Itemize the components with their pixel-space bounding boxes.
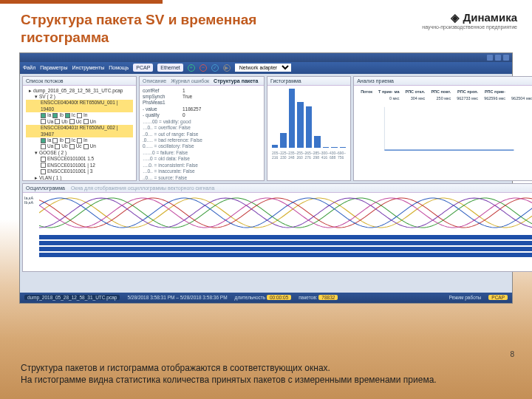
- tree-goose-item[interactable]: ENSCCE0101001 | 3: [26, 168, 133, 174]
- status-packets: 78832: [318, 295, 338, 300]
- slide-caption: Структура пакетов и гистограмма отобража…: [21, 362, 511, 386]
- remove-icon[interactable]: −: [200, 64, 207, 72]
- streams-panel: Список потоков ▸ dump_2018_05_28_12_58_3…: [22, 76, 137, 181]
- oscillogram-title: Осциллограмма: [26, 185, 65, 191]
- add-icon[interactable]: +: [188, 64, 195, 72]
- menu-file[interactable]: Файл: [23, 65, 35, 70]
- analysis-panel: Анализ приема ПотокT прие- маРПС откл.РП…: [353, 76, 532, 181]
- tree-phase-row[interactable]: Ua Ub Uc Un: [26, 119, 133, 125]
- apply-icon[interactable]: ✓: [211, 64, 219, 72]
- app-window: Файл Параметры Инструменты Помощь PCAP E…: [19, 52, 513, 304]
- tree-goose-item[interactable]: ENSCCE0101001 | 12: [26, 163, 133, 168]
- status-range: 5/28/2018 3:58:31 PM – 5/28/2018 3:58:36…: [127, 295, 227, 300]
- oscillogram-chart: [39, 194, 532, 231]
- tree-sv-group[interactable]: ▾ SV ( 2 ): [26, 94, 133, 100]
- main-toolbar: Файл Параметры Инструменты Помощь PCAP E…: [20, 62, 512, 74]
- analysis-chart: [357, 103, 532, 154]
- tree-phase-row[interactable]: Ia Ib Ic In: [26, 137, 133, 143]
- tab-structure[interactable]: Структура пакета: [214, 78, 258, 83]
- mode-ethernet-button[interactable]: Ethernet: [157, 64, 183, 72]
- close-icon[interactable]: [503, 55, 509, 61]
- histogram-panel: Гистограмма 205–216225–230235–248255–260…: [267, 76, 351, 181]
- maximize-icon[interactable]: [495, 55, 501, 61]
- slide-title: Структура пакета SV и временная гистогра…: [21, 11, 301, 47]
- status-bar: dump_2018_05_28_12_58_31_UTC.pcap 5/28/2…: [20, 293, 512, 303]
- analysis-title: Анализ приема: [357, 78, 394, 83]
- histogram-chart: [267, 86, 350, 151]
- play-icon[interactable]: ▶: [223, 64, 231, 72]
- brand-logo: ◈ Динамика научно-производственное предп…: [422, 11, 517, 47]
- tree-vlan-group[interactable]: ▸ VLAN ( 1 ): [26, 175, 133, 180]
- oscillogram-hint: Окна для отображения осциллограммы векто…: [71, 185, 214, 191]
- tab-errors[interactable]: Журнал ошибок: [171, 78, 209, 83]
- tree-sv-item[interactable]: ENSCCE040401t RET650MU_002 | 39407: [26, 125, 133, 137]
- adapter-select[interactable]: Network adapter: [235, 64, 291, 72]
- structure-panel: Описание Журнал ошибок Структура пакета …: [139, 76, 265, 181]
- menu-params[interactable]: Параметры: [40, 65, 67, 70]
- tree-root[interactable]: ▸ dump_2018_05_28_12_58_31_UTC.pcap: [26, 88, 133, 94]
- window-titlebar[interactable]: [20, 53, 512, 62]
- analysis-table: ПотокT прие- маРПС откл.РПС повт.РПС про…: [357, 88, 532, 103]
- digital-tracks: [39, 233, 532, 259]
- streams-title: Список потоков: [26, 78, 64, 83]
- oscillogram-panel: Осциллограмма Окна для отображения осцил…: [22, 183, 532, 272]
- tab-description[interactable]: Описание: [143, 78, 166, 83]
- tree-goose-group[interactable]: ▾ GOOSE ( 2 ): [26, 150, 133, 156]
- status-duration: 00:00:05: [267, 295, 291, 300]
- tree-sv-item[interactable]: ENSCCE040400t RET650MU_001 | 19400: [26, 100, 133, 112]
- tree-phase-row[interactable]: Ia Ib Ic In: [26, 112, 133, 118]
- tree-phase-row[interactable]: Ua Ub Uc Un: [26, 143, 133, 149]
- tree-goose-item[interactable]: ENSCCE0101001 1.5: [26, 156, 133, 162]
- menu-help[interactable]: Помощь: [109, 65, 129, 70]
- status-file: dump_2018_05_28_12_58_31_UTC.pcap: [24, 295, 120, 300]
- page-number: 8: [510, 350, 514, 358]
- minimize-icon[interactable]: [487, 55, 493, 61]
- histogram-title: Гистограмма: [270, 78, 301, 83]
- mode-pcap-button[interactable]: PCAP: [133, 64, 153, 72]
- menu-tools[interactable]: Инструменты: [72, 65, 105, 70]
- status-mode: PCAP: [488, 295, 508, 300]
